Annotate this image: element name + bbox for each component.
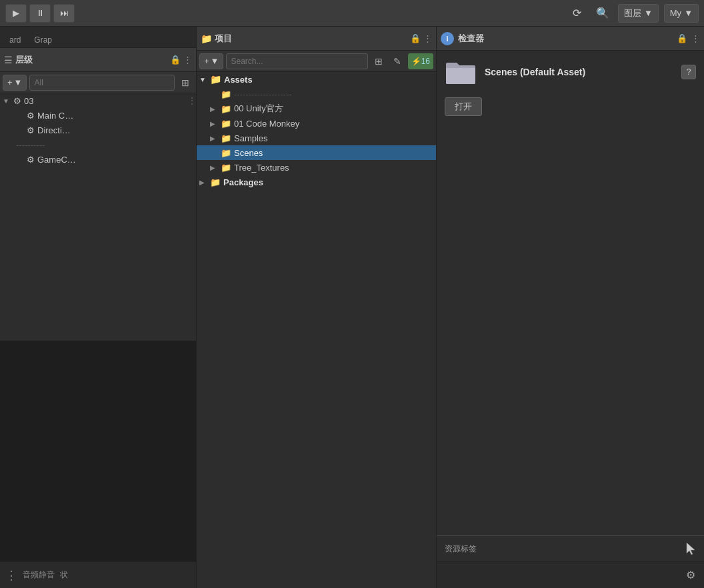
hierarchy-tree: ▼ ⚙ 03 ⋮ ⚙ Main C… ⚙ Directi… ----------… <box>0 93 196 341</box>
hierarchy-panel: ard Grap ☰ 层级 🔒 ⋮ + ▼ ⊞ ▼ ⚙ 03 ⋮ <box>0 27 197 588</box>
add-chevron-icon: ▼ <box>211 56 219 66</box>
arrow-icon: ▶ <box>210 135 218 142</box>
flash-icon: ⚡ <box>411 57 421 66</box>
project-tree: ▼ 📁 Assets 📁 -------------------- ▶ 📁 00… <box>197 72 436 588</box>
hierarchy-item-label: Directi… <box>37 125 71 135</box>
gameobject-icon: ⚙ <box>27 125 35 135</box>
asset-info: Scenes (Default Asset) <box>485 67 585 77</box>
open-button-container: 打开 <box>445 92 696 116</box>
my-chevron-icon: ▼ <box>684 8 693 18</box>
tab-ard[interactable]: ard <box>3 33 27 47</box>
inspector-content: Scenes (Default Asset) ? 打开 <box>437 51 704 535</box>
hierarchy-item-separator: ---------- <box>0 137 196 152</box>
add-icon: + <box>204 56 209 66</box>
step-button[interactable]: ⏭ <box>53 4 75 23</box>
hierarchy-item-03[interactable]: ▼ ⚙ 03 ⋮ <box>0 93 196 108</box>
project-item-label: Scenes <box>234 148 263 158</box>
hierarchy-lock-icon[interactable]: 🔒 <box>170 55 181 65</box>
inspector-help-button[interactable]: ? <box>681 65 696 79</box>
history-button[interactable]: ⟳ <box>567 4 587 23</box>
project-item-scenes[interactable]: 📁 Scenes <box>197 145 436 160</box>
project-item-codemonkey[interactable]: ▶ 📁 01 Code Monkey <box>197 116 436 131</box>
hierarchy-menu-icon[interactable]: ⋮ <box>183 55 192 65</box>
status-label: 状 <box>60 569 68 581</box>
project-badge: 16 <box>421 57 430 66</box>
project-item-samples[interactable]: ▶ 📁 Samples <box>197 131 436 145</box>
pause-button[interactable]: ⏸ <box>29 4 51 23</box>
project-item-label: Packages <box>223 177 263 187</box>
project-panel: 📁 项目 🔒 ⋮ + ▼ ⊞ ✎ ⚡ 16 ▼ 📁 Assets <box>197 27 437 588</box>
project-search-options-button[interactable]: ⊞ <box>371 53 387 69</box>
project-lock-icon[interactable]: 🔒 <box>410 33 421 43</box>
folder-icon: 📁 <box>210 74 221 85</box>
inspector-menu-icon[interactable]: ⋮ <box>691 33 700 43</box>
open-button[interactable]: 打开 <box>445 97 482 116</box>
scene-icon: ⚙ <box>13 96 21 106</box>
inspector-title: 检查器 <box>458 33 673 45</box>
cursor-icon <box>685 541 696 556</box>
hierarchy-title: 层级 <box>15 54 167 66</box>
hierarchy-item-maincamera[interactable]: ⚙ Main C… <box>0 108 196 123</box>
hierarchy-item-label: Main C… <box>37 111 73 121</box>
layer-dropdown[interactable]: 图层 ▼ <box>618 4 659 23</box>
inspector-header: i 检查器 🔒 ⋮ <box>437 27 704 51</box>
project-item-label: Assets <box>224 75 253 85</box>
project-mark-button[interactable]: ✎ <box>389 53 405 69</box>
play-button[interactable]: ▶ <box>5 4 27 23</box>
tab-graph[interactable]: Grap <box>27 33 59 47</box>
hierarchy-header: ☰ 层级 🔒 ⋮ <box>0 48 196 72</box>
project-item-unity[interactable]: ▶ 📁 00 Unity官方 <box>197 101 436 116</box>
folder-icon: 📁 <box>221 133 231 143</box>
inspector-asset-help: ? <box>681 65 696 79</box>
project-badge-button[interactable]: ⚡ 16 <box>408 53 433 69</box>
gameobject-icon: ⚙ <box>27 155 35 165</box>
hierarchy-item-label: GameC… <box>37 155 76 165</box>
inspector-bottom: 资源标签 <box>437 535 704 561</box>
hierarchy-item-directional[interactable]: ⚙ Directi… <box>0 123 196 137</box>
hierarchy-item-gamec[interactable]: ⚙ GameC… <box>0 152 196 167</box>
project-menu-icon[interactable]: ⋮ <box>423 33 432 43</box>
pause-icon: ⏸ <box>36 8 45 18</box>
inspector-lock-icon[interactable]: 🔒 <box>677 33 687 43</box>
project-item-assets[interactable]: ▼ 📁 Assets <box>197 72 436 87</box>
gameobject-icon: ⚙ <box>27 111 35 121</box>
project-item-label: -------------------- <box>234 89 292 99</box>
my-label: My <box>670 8 681 18</box>
folder-icon: 📁 <box>221 163 231 173</box>
bottom-dots-icon[interactable]: ⋮ <box>5 568 17 583</box>
arrow-icon: ▶ <box>199 179 207 186</box>
hierarchy-search-input[interactable] <box>29 75 175 91</box>
folder-icon: 📁 <box>221 119 231 129</box>
project-item-dotted[interactable]: 📁 -------------------- <box>197 87 436 101</box>
asset-folder-icon <box>445 59 477 85</box>
project-item-packages[interactable]: ▶ 📁 Packages <box>197 175 436 189</box>
folder-icon: 📁 <box>221 148 231 158</box>
project-item-tree-textures[interactable]: ▶ 📁 Tree_Textures <box>197 160 436 175</box>
playback-controls: ▶ ⏸ ⏭ <box>5 4 75 23</box>
audio-label: 音频静音 <box>23 569 55 581</box>
project-list-icon: 📁 <box>201 33 212 44</box>
project-title: 项目 <box>215 33 407 45</box>
layer-chevron-icon: ▼ <box>644 8 653 18</box>
step-icon: ⏭ <box>60 8 69 18</box>
inspector-footer: ⚙ <box>437 561 704 588</box>
asset-name: Scenes (Default Asset) <box>485 67 585 77</box>
item-menu-icon[interactable]: ⋮ <box>188 96 196 105</box>
asset-tag-label: 资源标签 <box>445 543 477 555</box>
project-search-input[interactable] <box>226 53 367 69</box>
project-item-label: 00 Unity官方 <box>234 103 283 115</box>
my-dropdown[interactable]: My ▼ <box>664 4 699 23</box>
inspector-settings-button[interactable]: ⚙ <box>683 567 699 583</box>
folder-icon: 📁 <box>221 104 231 114</box>
arrow-icon: ▶ <box>210 120 218 127</box>
arrow-icon: ▶ <box>210 105 218 113</box>
hierarchy-search-options-button[interactable]: ⊞ <box>177 75 193 91</box>
hierarchy-toolbar: + ▼ ⊞ <box>0 72 196 93</box>
main-layout: ard Grap ☰ 层级 🔒 ⋮ + ▼ ⊞ ▼ ⚙ 03 ⋮ <box>0 27 704 588</box>
project-item-label: 01 Code Monkey <box>234 119 299 129</box>
search-button[interactable]: 🔍 <box>593 4 613 23</box>
project-item-label: Tree_Textures <box>234 163 289 173</box>
history-icon: ⟳ <box>573 7 581 19</box>
hierarchy-add-button[interactable]: + ▼ <box>3 75 27 91</box>
project-add-button[interactable]: + ▼ <box>199 53 223 69</box>
